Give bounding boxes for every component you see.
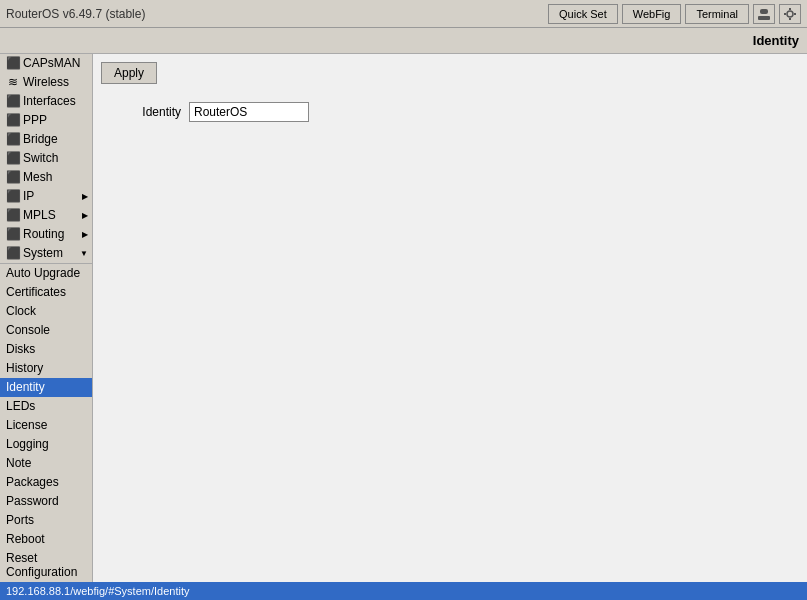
page-title: Identity [753,33,799,48]
svg-rect-5 [784,13,786,15]
sidebar-item-wireless[interactable]: ≋ Wireless [0,73,92,92]
label-history: History [6,361,43,375]
terminal-button[interactable]: Terminal [685,4,749,24]
identity-input[interactable] [189,102,309,122]
sidebar-item-clock[interactable]: Clock [0,302,92,321]
sidebar-label-mesh: Mesh [23,170,52,184]
sidebar-item-ports[interactable]: Ports [0,511,92,530]
sidebar-item-history[interactable]: History [0,359,92,378]
icon-button-2[interactable] [779,4,801,24]
sidebar-label-interfaces: Interfaces [23,94,76,108]
sidebar-item-logging[interactable]: Logging [0,435,92,454]
label-auto-upgrade: Auto Upgrade [6,266,80,280]
apply-button[interactable]: Apply [101,62,157,84]
sidebar-item-console[interactable]: Console [0,321,92,340]
sidebar-item-system[interactable]: ⬛ System ▼ [0,244,92,263]
label-license: License [6,418,47,432]
sidebar-item-note[interactable]: Note [0,454,92,473]
label-disks: Disks [6,342,35,356]
main-layout: ⬛ CAPsMAN ≋ Wireless ⬛ Interfaces ⬛ PPP … [0,54,807,582]
sidebar-label-ip: IP [23,189,34,203]
label-packages: Packages [6,475,59,489]
identity-form-row: Identity [101,102,799,122]
system-icon: ⬛ [6,246,20,260]
svg-rect-0 [760,9,768,14]
svg-point-2 [787,11,793,17]
content-area: Apply Identity [93,54,807,582]
status-url: 192.168.88.1/webfig/#System/Identity [6,585,189,597]
label-clock: Clock [6,304,36,318]
sidebar-label-system: System [23,246,63,260]
app-title: RouterOS v6.49.7 (stable) [6,7,544,21]
sidebar-label-capsman: CAPsMAN [23,56,80,70]
ip-arrow: ▶ [82,192,88,201]
sidebar-label-ppp: PPP [23,113,47,127]
wireless-icon: ≋ [6,75,20,89]
routing-arrow: ▶ [82,230,88,239]
sidebar-item-mesh[interactable]: ⬛ Mesh [0,168,92,187]
sidebar-item-capsman[interactable]: ⬛ CAPsMAN [0,54,92,73]
svg-rect-6 [794,13,796,15]
icon-button-1[interactable] [753,4,775,24]
sidebar-label-routing: Routing [23,227,64,241]
sidebar-item-identity[interactable]: Identity [0,378,92,397]
mesh-icon: ⬛ [6,170,20,184]
settings-icon [783,7,797,21]
sidebar-item-disks[interactable]: Disks [0,340,92,359]
system-arrow: ▼ [80,249,88,258]
ip-icon: ⬛ [6,189,20,203]
sidebar-item-reset-configuration[interactable]: Reset Configuration [0,549,92,582]
top-bar: RouterOS v6.49.7 (stable) Quick Set WebF… [0,0,807,28]
label-reset-configuration: Reset Configuration [6,551,88,579]
user-icon [757,7,771,21]
interfaces-icon: ⬛ [6,94,20,108]
capsman-icon: ⬛ [6,56,20,70]
sidebar-item-certificates[interactable]: Certificates [0,283,92,302]
sidebar-item-bridge[interactable]: ⬛ Bridge [0,130,92,149]
routing-icon: ⬛ [6,227,20,241]
sidebar-item-switch[interactable]: ⬛ Switch [0,149,92,168]
sidebar-item-routing[interactable]: ⬛ Routing ▶ [0,225,92,244]
label-note: Note [6,456,31,470]
quick-set-button[interactable]: Quick Set [548,4,618,24]
sidebar-label-switch: Switch [23,151,58,165]
system-submenu: Auto Upgrade Certificates Clock Console … [0,263,92,582]
label-certificates: Certificates [6,285,66,299]
ppp-icon: ⬛ [6,113,20,127]
label-leds: LEDs [6,399,35,413]
mpls-icon: ⬛ [6,208,20,222]
sidebar: ⬛ CAPsMAN ≋ Wireless ⬛ Interfaces ⬛ PPP … [0,54,93,582]
sidebar-item-ip[interactable]: ⬛ IP ▶ [0,187,92,206]
label-ports: Ports [6,513,34,527]
sidebar-label-bridge: Bridge [23,132,58,146]
sidebar-item-packages[interactable]: Packages [0,473,92,492]
label-password: Password [6,494,59,508]
svg-rect-3 [789,8,791,10]
sidebar-item-interfaces[interactable]: ⬛ Interfaces [0,92,92,111]
sidebar-item-license[interactable]: License [0,416,92,435]
sidebar-item-auto-upgrade[interactable]: Auto Upgrade [0,264,92,283]
bridge-icon: ⬛ [6,132,20,146]
status-bar: 192.168.88.1/webfig/#System/Identity [0,582,807,600]
section-title-bar: Identity [0,28,807,54]
identity-label: Identity [101,105,181,119]
mpls-arrow: ▶ [82,211,88,220]
sidebar-label-mpls: MPLS [23,208,56,222]
sidebar-item-password[interactable]: Password [0,492,92,511]
svg-rect-1 [758,16,770,20]
sidebar-item-reboot[interactable]: Reboot [0,530,92,549]
label-console: Console [6,323,50,337]
sidebar-item-leds[interactable]: LEDs [0,397,92,416]
switch-icon: ⬛ [6,151,20,165]
svg-rect-4 [789,18,791,20]
sidebar-item-ppp[interactable]: ⬛ PPP [0,111,92,130]
label-logging: Logging [6,437,49,451]
sidebar-label-wireless: Wireless [23,75,69,89]
webfig-button[interactable]: WebFig [622,4,682,24]
label-reboot: Reboot [6,532,45,546]
label-identity: Identity [6,380,45,394]
sidebar-item-mpls[interactable]: ⬛ MPLS ▶ [0,206,92,225]
